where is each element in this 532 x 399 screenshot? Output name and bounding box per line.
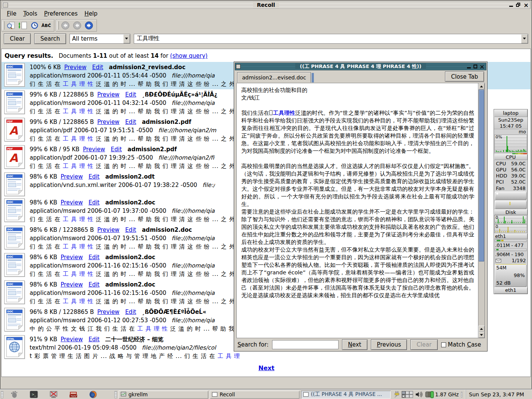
preview-link[interactable]: Preview (97, 226, 119, 233)
result-snippet: 中 的 公 平 性 文 钱 江 我 们 生 活 在 工 具 理 性 泛 滥 的 … (30, 325, 243, 333)
find-previous-button[interactable]: Previous (371, 339, 407, 350)
doc-file-icon[interactable]: DOC (4, 63, 25, 87)
preview-link[interactable]: Preview (61, 254, 83, 261)
eth-section-label[interactable]: eth1 (494, 233, 527, 239)
doc-file-icon[interactable]: DOC (4, 308, 25, 331)
scroll-thumb[interactable] (479, 90, 484, 261)
edit-link[interactable]: Edit (89, 254, 100, 261)
edit-link[interactable]: Edit (111, 146, 122, 153)
firefox-icon[interactable] (88, 390, 98, 399)
preview-link[interactable]: Preview (61, 173, 83, 180)
edit-link[interactable]: Edit (125, 119, 136, 125)
result-url: file:///home/qia (172, 235, 215, 242)
find-next-button[interactable]: Next (342, 339, 367, 350)
preview-search-icon[interactable] (5, 21, 17, 31)
scroll-down-icon[interactable] (478, 332, 484, 338)
edit-link[interactable]: Edit (89, 173, 100, 180)
temp-row: PCI52.0C (496, 179, 526, 185)
window-icon (303, 392, 309, 397)
html-file-icon[interactable]: HTML (4, 335, 25, 359)
terminal-icon[interactable]: >_ (29, 390, 39, 399)
preview-link[interactable]: Preview (61, 281, 83, 288)
doc-file-icon[interactable]: DOC (4, 198, 25, 222)
search-mode-select[interactable]: All terms (70, 34, 130, 44)
screen-lock-icon[interactable] (49, 390, 59, 399)
pdf-file-icon[interactable]: PDFA (4, 118, 25, 141)
pdf-file-icon[interactable]: PDFA (4, 145, 25, 169)
menu-file[interactable]: File (3, 9, 20, 18)
edit-link[interactable]: Edit (89, 199, 100, 206)
preview-link[interactable]: Preview (64, 64, 86, 71)
doc-file-icon[interactable]: DOC (4, 90, 25, 114)
edit-link[interactable]: Edit (125, 309, 136, 315)
restore-icon[interactable] (516, 3, 521, 8)
scroll-up-icon[interactable] (478, 83, 484, 89)
svg-text:DOC: DOC (7, 201, 13, 204)
status-panel: 54M 98% 52 dB (495, 264, 527, 287)
preview-link[interactable]: Preview (97, 309, 119, 315)
doc-file-icon[interactable]: DOC (4, 173, 25, 196)
volume-icon[interactable] (415, 391, 423, 398)
match-case-checkbox[interactable] (441, 342, 446, 347)
preview-link[interactable]: Preview (97, 91, 119, 98)
edit-link[interactable]: Edit (89, 336, 100, 343)
edit-link[interactable]: Edit (92, 64, 103, 71)
scroll-up-icon[interactable] (478, 326, 484, 332)
taskbar-button[interactable]: Recoll (210, 391, 299, 399)
doc-file-icon[interactable]: DOC (4, 280, 25, 304)
gnome-foot-icon[interactable] (9, 390, 19, 399)
chevron-down-icon[interactable] (521, 34, 528, 43)
search-query-input[interactable]: 工具理性 (134, 34, 528, 44)
result-title: admission2.doc (105, 254, 155, 261)
scrollbar[interactable] (478, 83, 484, 338)
window-title: Recoll (2, 2, 530, 8)
preview-tab[interactable]: admission2...evised.doc (237, 72, 311, 82)
fan-readout: Fan3348 (494, 185, 527, 191)
taskbar-button-label: ((工 PHRASE 4 具 PHRASE ... (311, 391, 382, 398)
term-explorer-icon[interactable]: ÅBĈ (40, 21, 52, 31)
edit-link[interactable]: Edit (125, 226, 136, 233)
next-page-link[interactable]: Next (258, 364, 274, 372)
typewriter-icon[interactable] (68, 390, 78, 399)
result-relevance-size: 91% 9 KB (30, 336, 57, 343)
maximize-icon[interactable] (473, 65, 477, 68)
search-button[interactable]: Search (34, 33, 66, 44)
battery-icon[interactable] (425, 391, 434, 398)
menu-preferences[interactable]: Preferences (41, 9, 81, 18)
menu-tools[interactable]: Tools (20, 9, 41, 18)
panel-handle[interactable] (1, 391, 3, 398)
plug-icon[interactable] (394, 391, 400, 398)
doc-file-icon[interactable]: DOC (4, 226, 25, 249)
panel-handle[interactable] (114, 391, 117, 398)
edit-link[interactable]: Edit (89, 281, 100, 288)
taskbar-button[interactable]: gkrellm (119, 391, 208, 399)
menu-help[interactable]: Help (81, 9, 101, 18)
preview-link[interactable]: Preview (83, 146, 105, 153)
doc-file-icon[interactable]: DOC (4, 253, 25, 277)
history-clock-icon[interactable] (28, 21, 40, 31)
disk-section-label[interactable]: Disk (494, 209, 527, 215)
close-tab-button[interactable]: Close Tab (445, 71, 484, 82)
chevron-down-icon[interactable] (123, 34, 130, 43)
taskbar-button[interactable]: ((工 PHRASE 4 具 PHRASE ... (301, 391, 391, 399)
preview-link[interactable]: Preview (97, 119, 119, 125)
forward-icon[interactable] (83, 21, 95, 31)
close-icon[interactable]: × (524, 3, 529, 8)
minimize-icon[interactable] (508, 3, 513, 8)
clear-button[interactable]: Clear (4, 33, 31, 44)
gkrellm-hostname[interactable]: laptop (494, 109, 527, 117)
edit-link[interactable]: Edit (125, 91, 136, 98)
close-icon[interactable]: × (480, 64, 484, 69)
sort-document-icon[interactable] (17, 21, 28, 31)
find-input[interactable] (272, 340, 339, 349)
workspace-pager-icon[interactable] (402, 391, 413, 398)
preview-link[interactable]: Preview (61, 199, 83, 206)
minimize-icon[interactable] (466, 64, 471, 69)
show-query-link[interactable]: (show query) (170, 52, 208, 59)
cpu-section-label[interactable]: CPU (494, 154, 527, 160)
eth-bottom-label[interactable]: eth1 (494, 287, 527, 294)
result-mime-date: application/msword 2006-01-12 00:27:53 -… (30, 317, 166, 324)
svg-text:>_: >_ (32, 393, 36, 396)
panel-handle[interactable] (461, 392, 462, 397)
preview-link[interactable]: Preview (61, 336, 83, 343)
